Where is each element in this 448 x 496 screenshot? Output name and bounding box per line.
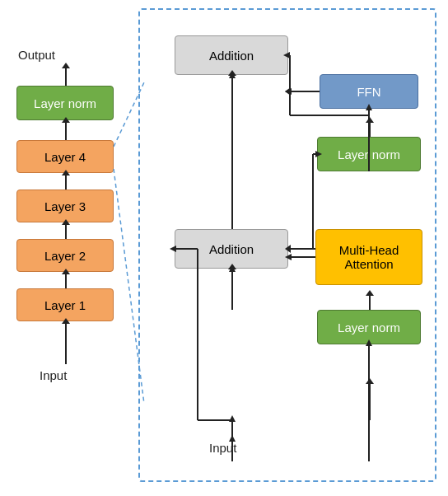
layer3-block: Layer 3	[16, 190, 114, 222]
arrow-layernorm-top-ffn	[369, 122, 371, 137]
arrow-layer1-layer2	[65, 274, 67, 288]
ffn-block: FFN	[320, 74, 418, 109]
left-input-label: Input	[40, 368, 67, 382]
output-label: Output	[18, 48, 55, 62]
arrow-layer4-layernorm	[65, 122, 67, 140]
right-layer-norm-top-block: Layer norm	[317, 137, 421, 171]
right-input-label: Input	[209, 441, 236, 455]
multi-head-block: Multi-Head Attention	[315, 229, 422, 285]
left-layer-norm-block: Layer norm	[16, 86, 114, 120]
arrow-layernorm-output	[65, 68, 67, 86]
layer2-block: Layer 2	[16, 239, 114, 272]
arrow-layernorm-bot-multihead	[369, 295, 371, 310]
arrow-ffn-addition-top	[290, 91, 320, 92]
addition-mid-block: Addition	[175, 229, 288, 269]
arrow-input-layernorm-bot-part1	[369, 383, 371, 420]
arrow-addition-mid-to-top	[231, 75, 233, 229]
right-layer-norm-bot-block: Layer norm	[317, 310, 421, 344]
layer1-block: Layer 1	[16, 288, 114, 321]
layer4-block: Layer 4	[16, 140, 114, 173]
arrow-input-layer1	[65, 323, 67, 364]
addition-top-block: Addition	[175, 35, 288, 75]
arrow-layer3-layer4	[65, 175, 67, 190]
diagram-container: Output Layer norm Layer 4 Layer 3 Layer …	[0, 0, 448, 496]
arrow-layer2-layer3	[65, 224, 67, 239]
